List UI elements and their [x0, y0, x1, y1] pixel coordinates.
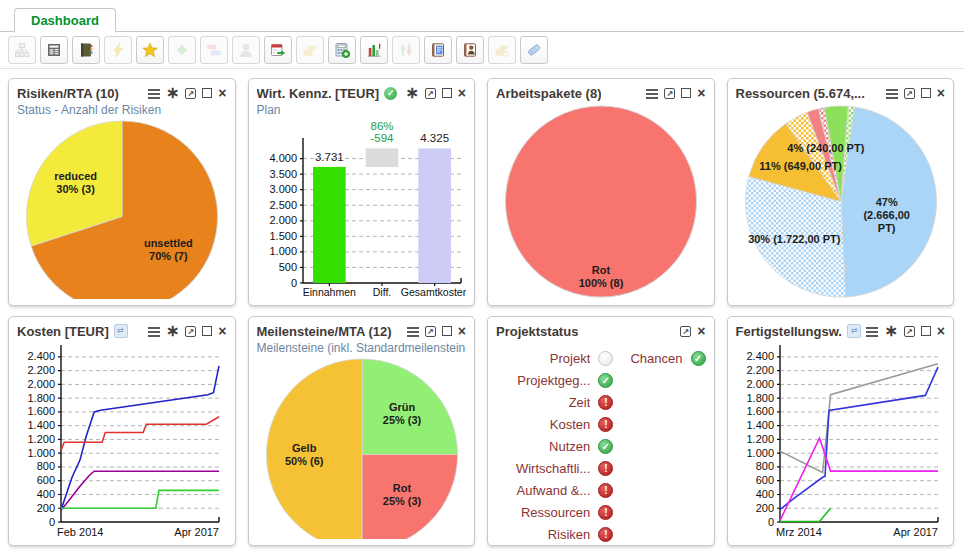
coins-circle-button[interactable]	[488, 36, 516, 64]
line-series-1[interactable]	[61, 417, 219, 451]
maximize-icon[interactable]	[921, 326, 931, 336]
line-svg: 02004006008001.0001.2001.4001.6001.8002.…	[736, 340, 946, 539]
gantt-button[interactable]	[200, 36, 228, 64]
list-icon[interactable]	[646, 89, 658, 99]
close-icon[interactable]: ×	[937, 325, 945, 337]
star-button[interactable]	[136, 36, 164, 64]
svg-text:200: 200	[755, 502, 773, 514]
lightning-icon	[110, 42, 126, 58]
org-chart-button[interactable]	[8, 36, 36, 64]
settings-icon[interactable]: ∗	[405, 88, 418, 98]
list-icon[interactable]	[866, 327, 878, 337]
status-label: Projekt	[496, 351, 590, 366]
diamond-button[interactable]	[168, 36, 196, 64]
wirt-kennz-bar-chart[interactable]: 05001.0001.5002.0002.5003.0003.5004.0003…	[257, 117, 467, 299]
close-icon[interactable]: ×	[697, 87, 705, 99]
maximize-icon[interactable]	[202, 326, 212, 336]
close-icon[interactable]: ×	[937, 87, 945, 99]
maximize-icon[interactable]	[921, 88, 931, 98]
ressourcen-pie-chart[interactable]: 47% (2.666,00 PT)30% (1.722,00 PT)11% (6…	[736, 102, 946, 299]
widget-title: Risiken/RTA (10)	[17, 86, 119, 101]
close-icon[interactable]: ×	[218, 325, 226, 337]
arrows-up-down-button[interactable]	[392, 36, 420, 64]
settings-icon[interactable]: ∗	[884, 326, 897, 336]
notebook-person-icon	[462, 42, 478, 58]
status-error-icon[interactable]: !	[598, 395, 613, 410]
meilensteine-pie-chart[interactable]: Grün 25% (3)Rot 25% (3)Gelb 50% (6)	[257, 355, 467, 539]
open-in-window-icon[interactable]: ↗	[425, 326, 436, 337]
status-error-icon[interactable]: !	[598, 505, 613, 520]
open-in-window-icon[interactable]: ↗	[680, 326, 691, 337]
tab-dashboard[interactable]: Dashboard	[14, 8, 116, 33]
open-in-window-icon[interactable]: ↗	[904, 326, 915, 337]
status-error-icon[interactable]: !	[598, 483, 613, 498]
line-svg: 02004006008001.0001.2001.4001.6001.8002.…	[17, 340, 227, 539]
pie-slice-blue[interactable]	[841, 107, 937, 297]
open-in-window-icon[interactable]: ↗	[664, 88, 675, 99]
line-series-3[interactable]	[780, 508, 831, 521]
open-in-window-icon[interactable]: ↗	[904, 88, 915, 99]
pie-slice-Grün[interactable]	[362, 359, 458, 455]
chart-bars-icon	[366, 42, 382, 58]
widget-title: Arbeitspakete (8)	[496, 86, 601, 101]
line-series-0[interactable]	[61, 366, 219, 510]
close-icon[interactable]: ×	[458, 87, 466, 99]
notebook-edit-button[interactable]	[424, 36, 452, 64]
list-icon[interactable]	[148, 89, 160, 99]
maximize-icon[interactable]	[202, 88, 212, 98]
close-icon[interactable]: ×	[218, 87, 226, 99]
bar-Gesamtkosten[interactable]	[418, 148, 451, 283]
tag-button[interactable]	[520, 36, 548, 64]
status-empty-icon[interactable]	[598, 351, 613, 366]
calendar-next-button[interactable]	[264, 36, 292, 64]
calculator-add-button[interactable]	[328, 36, 356, 64]
open-in-window-icon[interactable]: ↗	[425, 88, 436, 99]
fertigstellung-line-chart[interactable]: 02004006008001.0001.2001.4001.6001.8002.…	[736, 340, 946, 539]
status-error-icon[interactable]: !	[598, 417, 613, 432]
arbeitspakete-pie-chart[interactable]: Rot 100% (8)	[496, 102, 706, 299]
line-series-1[interactable]	[780, 367, 938, 509]
maximize-icon[interactable]	[442, 88, 452, 98]
status-error-icon[interactable]: !	[598, 461, 613, 476]
risiken-pie-chart[interactable]: unsettled 70% (7)reduced 30% (3)	[17, 117, 227, 299]
widget-wirt-kennz: Wirt. Kennz. [TEUR] ✓ ∗↗× Plan 05001.000…	[248, 78, 476, 306]
status-error-icon[interactable]: !	[598, 527, 613, 542]
maximize-icon[interactable]	[442, 326, 452, 336]
pie-slice-Gelb[interactable]	[266, 359, 362, 539]
coins-button[interactable]	[296, 36, 324, 64]
svg-text:Gesamtkosten: Gesamtkosten	[400, 286, 466, 298]
bar-svg: 05001.0001.5002.0002.5003.0003.5004.0003…	[257, 117, 467, 299]
close-icon[interactable]: ×	[458, 325, 466, 337]
lightning-button[interactable]	[104, 36, 132, 64]
open-in-window-icon[interactable]: ↗	[185, 326, 196, 337]
line-series-0[interactable]	[780, 364, 938, 473]
close-icon[interactable]: ×	[697, 325, 705, 337]
kosten-line-chart[interactable]: 02004006008001.0001.2001.4001.6001.8002.…	[17, 340, 227, 539]
notebook-person-button[interactable]	[456, 36, 484, 64]
svg-text:Apr 2017: Apr 2017	[893, 526, 938, 538]
pie-slice-Rot[interactable]	[362, 455, 458, 539]
settings-icon[interactable]: ∗	[166, 326, 179, 336]
chart-bars-button[interactable]	[360, 36, 388, 64]
settings-icon[interactable]: ∗	[166, 88, 179, 98]
maximize-icon[interactable]	[681, 88, 691, 98]
status-ok-icon[interactable]: ✓	[691, 351, 706, 366]
list-icon[interactable]	[148, 327, 160, 337]
svg-text:1.400: 1.400	[27, 419, 55, 431]
bar-Diff.[interactable]	[365, 148, 398, 166]
status-row: Kosten!	[496, 416, 613, 433]
list-icon[interactable]	[886, 89, 898, 99]
person-button[interactable]	[232, 36, 260, 64]
projektstatus-list: ProjektProjektgeg...✓Zeit!Kosten!Nutzen✓…	[496, 340, 706, 543]
status-ok-icon[interactable]: ✓	[598, 373, 613, 388]
bar-Einnahmen[interactable]	[313, 167, 346, 283]
book-button[interactable]	[72, 36, 100, 64]
svg-text:800: 800	[37, 460, 55, 472]
line-series-3[interactable]	[61, 490, 219, 508]
pie-slice-Rot[interactable]	[505, 106, 696, 297]
list-icon[interactable]	[407, 327, 419, 337]
status-ok-icon[interactable]: ✓	[598, 439, 613, 454]
report-button[interactable]	[40, 36, 68, 64]
open-in-window-icon[interactable]: ↗	[185, 88, 196, 99]
widget-subtitle: Meilensteine (inkl. Standardmeilensteine…	[257, 341, 467, 355]
